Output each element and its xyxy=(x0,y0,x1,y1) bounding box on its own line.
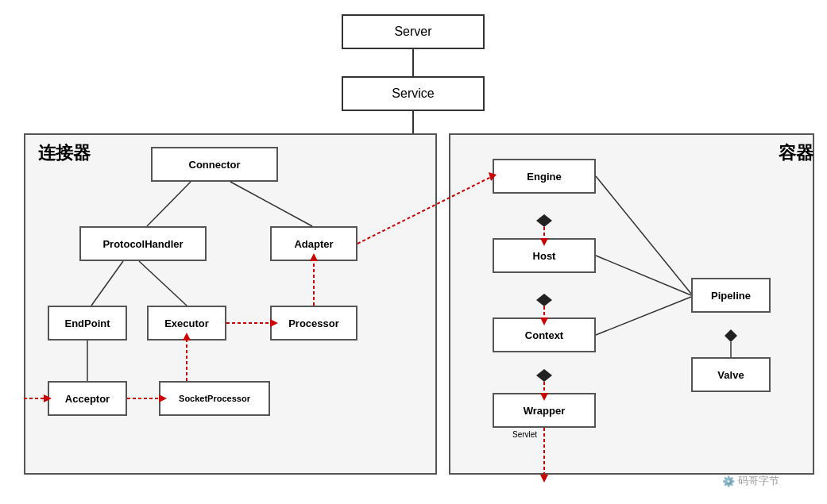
watermark: ⚙️ 码哥字节 xyxy=(722,474,779,488)
processor-box: Processor xyxy=(270,306,357,340)
right-panel-label: 容器 xyxy=(779,141,813,165)
watermark-icon: ⚙️ xyxy=(722,475,735,487)
connector-box: Connector xyxy=(151,147,278,182)
left-panel xyxy=(24,133,437,475)
valve-box: Valve xyxy=(691,357,771,392)
context-box: Context xyxy=(493,317,596,352)
acceptor-box: Acceptor xyxy=(48,381,127,416)
endpoint-box: EndPoint xyxy=(48,306,127,340)
wrapper-box: Wrapper xyxy=(493,393,596,428)
socketprocessor-box: SocketProcessor xyxy=(159,381,270,416)
executor-box: Executor xyxy=(147,306,226,340)
engine-box: Engine xyxy=(493,159,596,194)
left-panel-label: 连接器 xyxy=(38,141,91,165)
server-label: Server xyxy=(394,25,431,39)
service-label: Service xyxy=(392,87,434,101)
watermark-text: 码哥字节 xyxy=(738,474,779,488)
server-box: Server xyxy=(342,14,485,49)
adapter-box: Adapter xyxy=(270,226,357,261)
diagram-container: Server Service 连接器 容器 Connector Protocol… xyxy=(0,0,827,504)
service-box: Service xyxy=(342,76,485,111)
servlet-label: Servlet xyxy=(512,430,537,439)
pipeline-box: Pipeline xyxy=(691,278,771,313)
host-box: Host xyxy=(493,238,596,273)
svg-marker-29 xyxy=(540,475,548,483)
protocolhandler-box: ProtocolHandler xyxy=(79,226,207,261)
